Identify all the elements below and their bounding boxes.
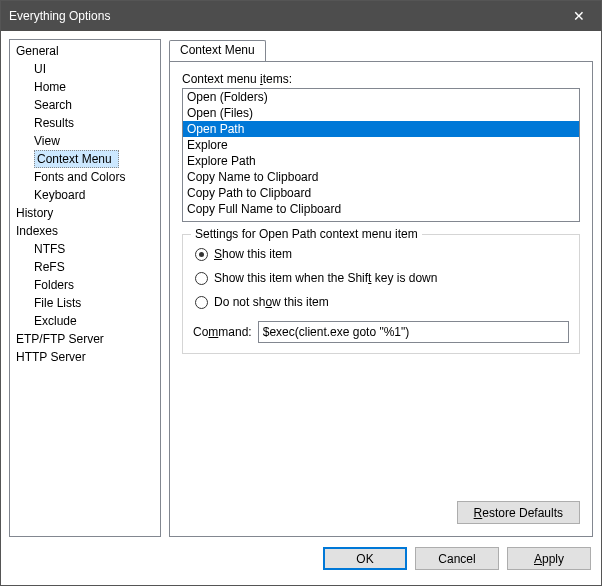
radio-label: Show this item when the Shift key is dow… xyxy=(214,271,437,285)
radio-label: Show this item xyxy=(214,247,292,261)
radio-option[interactable]: Show this item when the Shift key is dow… xyxy=(195,271,569,285)
window-title: Everything Options xyxy=(9,9,557,23)
list-item[interactable]: Copy Name to Clipboard xyxy=(183,169,579,185)
title-bar: Everything Options ✕ xyxy=(1,1,601,31)
list-item[interactable]: Copy Full Name to Clipboard xyxy=(183,201,579,217)
right-panel: Context Menu Context menu items: Open (F… xyxy=(169,39,593,537)
command-input[interactable] xyxy=(258,321,569,343)
command-label: Command: xyxy=(193,325,252,339)
apply-button[interactable]: Apply xyxy=(507,547,591,570)
tree-item[interactable]: ReFS xyxy=(10,258,160,276)
list-item[interactable]: Open (Files) xyxy=(183,105,579,121)
tab-strip: Context Menu xyxy=(169,39,593,61)
dialog-buttons: OK Cancel Apply xyxy=(1,537,601,580)
tab-context-menu[interactable]: Context Menu xyxy=(169,40,266,62)
tree-item[interactable]: Indexes xyxy=(10,222,160,240)
content-area: GeneralUIHomeSearchResultsViewContext Me… xyxy=(1,31,601,537)
tree-item[interactable]: File Lists xyxy=(10,294,160,312)
list-item[interactable]: Open (Folders) xyxy=(183,89,579,105)
list-item[interactable]: Explore Path xyxy=(183,153,579,169)
close-button[interactable]: ✕ xyxy=(557,1,601,31)
ok-button[interactable]: OK xyxy=(323,547,407,570)
list-label: Context menu items: xyxy=(182,72,580,86)
radio-option[interactable]: Do not show this item xyxy=(195,295,569,309)
tree-item[interactable]: Fonts and Colors xyxy=(10,168,160,186)
tree-item[interactable]: Folders xyxy=(10,276,160,294)
context-menu-items-list[interactable]: Open (Folders)Open (Files)Open PathExplo… xyxy=(182,88,580,222)
tree-item[interactable]: HTTP Server xyxy=(10,348,160,366)
settings-group: Settings for Open Path context menu item… xyxy=(182,234,580,354)
list-item[interactable]: Open Path xyxy=(183,121,579,137)
tree-item[interactable]: Search xyxy=(10,96,160,114)
tab-body: Context menu items: Open (Folders)Open (… xyxy=(169,61,593,537)
list-item[interactable]: Explore xyxy=(183,137,579,153)
radio-icon xyxy=(195,272,208,285)
command-row: Command: xyxy=(193,321,569,343)
tree-item[interactable]: Keyboard xyxy=(10,186,160,204)
tree-item[interactable]: Exclude xyxy=(10,312,160,330)
restore-defaults-button[interactable]: Restore Defaults xyxy=(457,501,580,524)
radio-icon xyxy=(195,296,208,309)
tree-item[interactable]: Home xyxy=(10,78,160,96)
radio-option[interactable]: Show this item xyxy=(195,247,569,261)
radio-label: Do not show this item xyxy=(214,295,329,309)
tree-item[interactable]: View xyxy=(10,132,160,150)
tree-item[interactable]: ETP/FTP Server xyxy=(10,330,160,348)
cancel-button[interactable]: Cancel xyxy=(415,547,499,570)
close-icon: ✕ xyxy=(573,8,585,24)
settings-legend: Settings for Open Path context menu item xyxy=(191,227,422,241)
tree-item[interactable]: Results xyxy=(10,114,160,132)
tree-item[interactable]: UI xyxy=(10,60,160,78)
tree-item[interactable]: NTFS xyxy=(10,240,160,258)
radio-icon xyxy=(195,248,208,261)
tree-item[interactable]: General xyxy=(10,42,160,60)
tree-item[interactable]: Context Menu xyxy=(34,150,119,168)
tree-item[interactable]: History xyxy=(10,204,160,222)
list-item[interactable]: Copy Path to Clipboard xyxy=(183,185,579,201)
category-tree[interactable]: GeneralUIHomeSearchResultsViewContext Me… xyxy=(9,39,161,537)
